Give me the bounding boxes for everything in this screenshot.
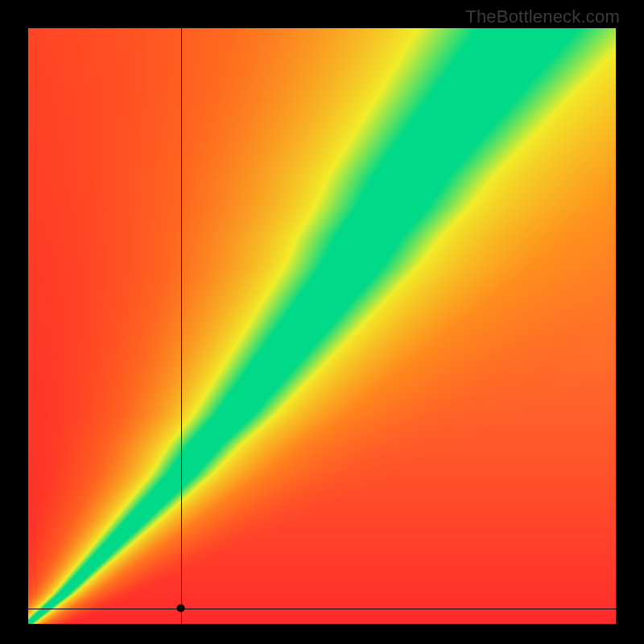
- heatmap-canvas: [28, 28, 616, 624]
- chart-frame: TheBottleneck.com: [0, 0, 644, 644]
- heatmap-plot-area: [28, 28, 616, 624]
- watermark-label: TheBottleneck.com: [465, 6, 620, 27]
